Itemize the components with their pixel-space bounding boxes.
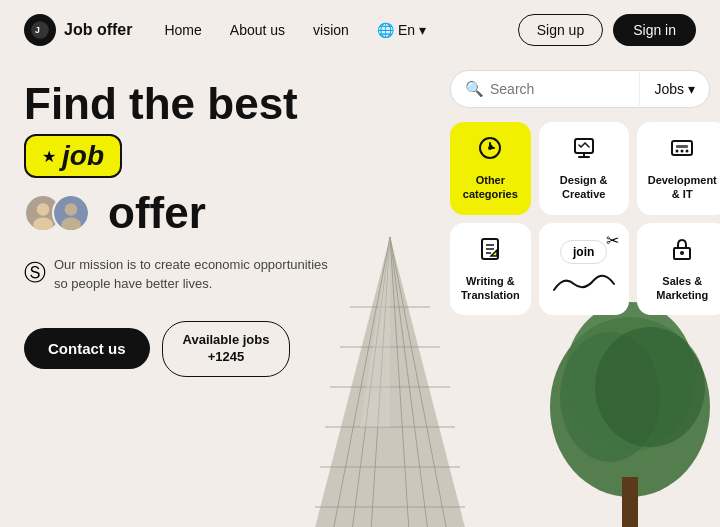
search-icon: 🔍 [465,80,484,98]
scissors-icon: ✂ [606,231,619,250]
writing-icon [477,236,503,268]
available-jobs-button[interactable]: Available jobs +1245 [162,321,291,377]
chevron-down-icon: ▾ [419,22,426,38]
svg-point-3 [37,204,50,217]
svg-point-41 [680,251,684,255]
logo-text: Job offer [64,21,132,39]
svg-rect-30 [575,139,593,153]
jobs-dropdown-label: Jobs [654,81,684,97]
sales-label: Sales & Marketing [648,274,717,303]
sales-icon [669,236,695,268]
other-icon [477,135,503,167]
signup-button[interactable]: Sign up [518,14,603,46]
svg-point-32 [676,150,679,153]
category-join[interactable]: ✂ join [539,223,629,316]
writing-label: Writing & Translation [461,274,520,303]
design-icon [571,135,597,167]
right-panel: 🔍 Jobs ▾ Other categories [450,70,710,315]
language-selector[interactable]: 🌐 En ▾ [377,22,426,38]
category-grid: Other categories Design & Creative [450,122,710,315]
svg-point-0 [31,21,49,39]
available-count: +1245 [183,349,270,366]
svg-point-34 [686,150,689,153]
design-label: Design & Creative [550,173,618,202]
avatar-group [24,194,90,232]
svg-rect-27 [622,477,638,527]
svg-point-29 [488,146,492,150]
badge-text: job [62,140,104,172]
hero-offer-word: offer [108,188,206,238]
category-writing[interactable]: Writing & Translation [450,223,531,316]
available-label: Available jobs [183,332,270,349]
svg-point-6 [65,204,78,217]
svg-point-26 [595,327,705,447]
category-other[interactable]: Other categories [450,122,531,215]
category-dev[interactable]: Development & IT [637,122,720,215]
jobs-dropdown[interactable]: Jobs ▾ [639,72,709,106]
svg-text:J: J [35,25,40,35]
badge-star-icon: ★ [42,147,56,166]
other-label: Other categories [461,173,520,202]
nav-links: Home About us vision [164,22,348,38]
category-sales[interactable]: Sales & Marketing [637,223,720,316]
dev-label: Development & IT [648,173,717,202]
svg-point-33 [681,150,684,153]
auth-buttons: Sign up Sign in [518,14,696,46]
dev-icon [669,135,695,167]
navbar: J Job offer Home About us vision 🌐 En ▾ … [0,0,720,60]
search-input[interactable] [490,81,625,97]
signin-button[interactable]: Sign in [613,14,696,46]
mission-icon: Ⓢ [24,258,46,288]
lang-label: En [398,22,415,38]
contact-button[interactable]: Contact us [24,328,150,369]
join-button[interactable]: join [560,240,607,264]
tree-image [540,297,720,527]
nav-home[interactable]: Home [164,22,201,38]
globe-icon: 🌐 [377,22,394,38]
wave-graphic [549,270,619,298]
search-bar: 🔍 Jobs ▾ [450,70,710,108]
logo-icon: J [24,14,56,46]
nav-about[interactable]: About us [230,22,285,38]
category-design[interactable]: Design & Creative [539,122,629,215]
jobs-dropdown-arrow: ▾ [688,81,695,97]
search-input-wrap: 🔍 [451,71,639,107]
avatar-2 [52,194,90,232]
nav-vision[interactable]: vision [313,22,349,38]
job-badge: ★ job [24,134,122,178]
svg-rect-35 [676,145,688,148]
logo[interactable]: J Job offer [24,14,132,46]
